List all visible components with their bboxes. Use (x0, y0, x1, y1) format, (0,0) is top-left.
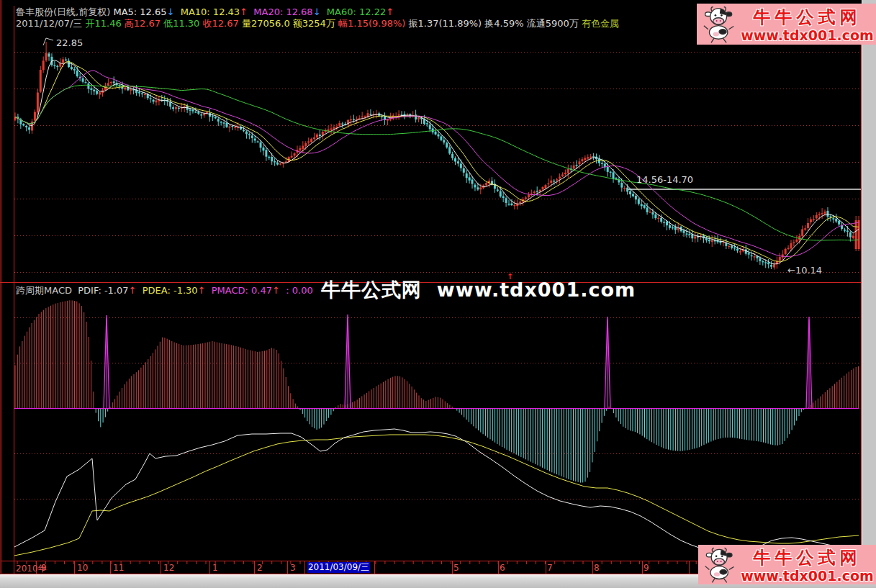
text-segment: 鲁丰股份(日线,前复权) (16, 6, 113, 17)
watermark-center: 牛牛公式网 www.tdx001.com (321, 277, 636, 303)
text-segment: MA60: 12.22 (327, 6, 386, 17)
cow-mascot-icon (700, 5, 739, 44)
text-segment: 量27056.0 (242, 18, 293, 29)
text-segment: 振1.37(11.89%) (409, 18, 485, 29)
axis-month-label: 10 (77, 563, 88, 573)
axis-month-label: 1 (212, 563, 218, 573)
axis-month-label: 9 (41, 563, 47, 573)
watermark-top-right: 牛牛公式网 www.tdx001.com (697, 4, 876, 45)
axis-month-label: 5 (453, 563, 459, 573)
text-segment: 收12.67 (203, 18, 242, 29)
peak-price-label: 22.85 (56, 37, 83, 48)
trough-price-label: ←10.14 (787, 265, 822, 276)
text-segment: PDEA: -1.30 (143, 285, 198, 296)
text-segment: ↓ (167, 6, 181, 17)
text-segment: 开11.46 (85, 18, 124, 29)
cow-mascot-icon (701, 546, 739, 584)
axis-month-label: 3 (290, 563, 296, 573)
axis-month-label: 9 (644, 563, 649, 573)
axis-month-label: 7 (547, 563, 553, 573)
text-segment: ↑ (198, 285, 212, 296)
axis-month-label: 2 (257, 563, 263, 573)
daily-stats-line: 2011/12/07/三 开11.46 高12.67 低11.30 收12.67… (16, 18, 619, 29)
axis-month-label: 11 (113, 563, 124, 573)
tdx-chart-window: 鲁丰股份(日线,前复权) MA5: 12.65↓ MA10: 12.43↑ MA… (0, 0, 876, 588)
price-header-line: 鲁丰股份(日线,前复权) MA5: 12.65↓ MA10: 12.43↑ MA… (16, 6, 394, 17)
axis-month-label: 8 (594, 563, 600, 573)
text-segment: : 0.00 (286, 285, 312, 296)
text-segment: PMACD: 0.47 (212, 285, 272, 296)
text-segment: ↑ (129, 285, 143, 296)
text-segment: 流通5900万 (527, 18, 582, 29)
text-segment: ↓ (313, 6, 327, 17)
axis-month-label: 12 (163, 563, 174, 573)
indicator-values-line: 跨周期MACD PDIF: -1.07↑ PDEA: -1.30↑ PMACD:… (16, 284, 313, 297)
axis-month-label: 6 (500, 563, 505, 573)
watermark-site-url: www.tdx001.com (739, 568, 876, 584)
watermark-site-url: www.tdx001.com (739, 27, 876, 43)
text-segment: MA10: 12.43 (181, 6, 240, 17)
text-segment: PDIF: -1.07 (78, 285, 128, 296)
watermark-bottom-right: 牛牛公式网 www.tdx001.com (698, 545, 876, 584)
text-segment: ↑ (272, 285, 286, 296)
text-segment: 有色金属 (582, 18, 619, 29)
text-segment: 2011/12/07/三 (16, 18, 85, 29)
selected-date-badge: 2011/03/09/三 (307, 562, 370, 573)
watermark-site-name: 牛牛公式网 (739, 6, 876, 29)
text-segment: 高12.67 (125, 18, 163, 29)
watermark-site-name: 牛牛公式网 (739, 546, 876, 569)
resistance-range-label: 14.56-14.70 (636, 174, 693, 185)
text-segment: 换4.59% (484, 18, 526, 29)
window-right-margin (862, 0, 876, 574)
text-segment: MA20: 12.68 (253, 6, 312, 17)
text-segment: 额3254万 (293, 18, 338, 29)
text-segment: ↑ (386, 6, 394, 17)
text-segment: 低11.30 (163, 18, 202, 29)
text-segment: 幅1.15(9.98%) (338, 18, 409, 29)
text-segment: 跨周期MACD (16, 285, 78, 296)
text-segment: ↑ (240, 6, 253, 17)
text-segment: MA5: 12.65 (113, 6, 166, 17)
